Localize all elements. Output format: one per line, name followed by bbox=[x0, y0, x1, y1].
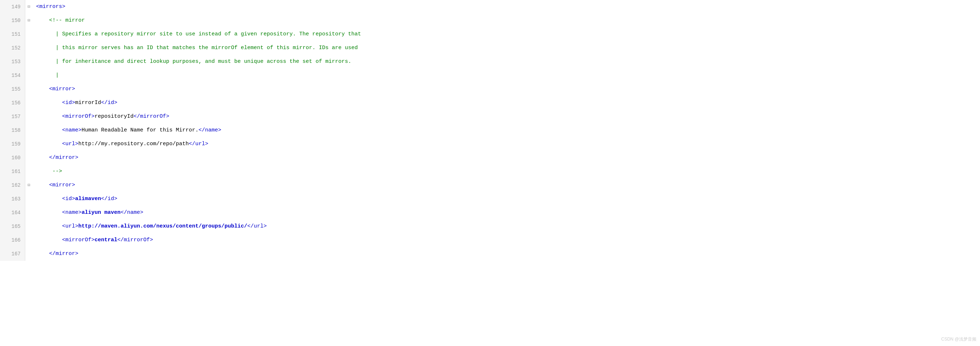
line-number: 157 bbox=[0, 110, 25, 124]
line-number: 153 bbox=[0, 55, 25, 69]
code-line: 154 | bbox=[0, 69, 980, 82]
code-content: --> bbox=[32, 165, 980, 179]
fold-gutter[interactable]: ⊟ bbox=[25, 0, 32, 14]
code-line: 159 <url>http://my.repository.com/repo/p… bbox=[0, 137, 980, 151]
code-content: <mirrorOf>central</mirrorOf> bbox=[32, 233, 980, 247]
code-content: <name>aliyun maven</name> bbox=[32, 206, 980, 220]
code-line: 162⊟ <mirror> bbox=[0, 179, 980, 192]
line-number: 152 bbox=[0, 41, 25, 55]
code-line: 158 <name>Human Readable Name for this M… bbox=[0, 124, 980, 137]
line-number: 151 bbox=[0, 27, 25, 41]
code-line: 157 <mirrorOf>repositoryId</mirrorOf> bbox=[0, 110, 980, 124]
code-line: 152 | this mirror serves has an ID that … bbox=[0, 41, 980, 55]
fold-gutter[interactable]: ⊟ bbox=[25, 14, 32, 27]
line-number: 162 bbox=[0, 179, 25, 192]
code-line: 153 | for inheritance and direct lookup … bbox=[0, 55, 980, 69]
code-line: 163 <id>alimaven</id> bbox=[0, 192, 980, 206]
fold-gutter[interactable]: ⊟ bbox=[25, 179, 32, 192]
code-line: 155 <mirror> bbox=[0, 82, 980, 96]
line-number: 161 bbox=[0, 165, 25, 179]
code-line: 167 </mirror> bbox=[0, 247, 980, 261]
code-line: 151 | Specifies a repository mirror site… bbox=[0, 27, 980, 41]
code-content: <mirror> bbox=[32, 82, 980, 96]
code-content: <mirrorOf>repositoryId</mirrorOf> bbox=[32, 110, 980, 124]
code-line: 161 --> bbox=[0, 165, 980, 179]
line-number: 164 bbox=[0, 206, 25, 220]
code-content: <id>mirrorId</id> bbox=[32, 96, 980, 110]
line-number: 165 bbox=[0, 220, 25, 233]
line-number: 159 bbox=[0, 137, 25, 151]
line-number: 155 bbox=[0, 82, 25, 96]
code-line: 165 <url>http://maven.aliyun.com/nexus/c… bbox=[0, 220, 980, 233]
code-line: 164 <name>aliyun maven</name> bbox=[0, 206, 980, 220]
code-line: 149⊟<mirrors> bbox=[0, 0, 980, 14]
code-content: <url>http://my.repository.com/repo/path<… bbox=[32, 137, 980, 151]
code-editor: 149⊟<mirrors>150⊟ <!-- mirror151 | Speci… bbox=[0, 0, 980, 346]
watermark: CSDN @浅梦音频 bbox=[941, 336, 977, 343]
line-number: 160 bbox=[0, 151, 25, 165]
code-content: | Specifies a repository mirror site to … bbox=[32, 27, 980, 41]
code-line: 166 <mirrorOf>central</mirrorOf> bbox=[0, 233, 980, 247]
code-content: <id>alimaven</id> bbox=[32, 192, 980, 206]
line-number: 163 bbox=[0, 192, 25, 206]
line-number: 154 bbox=[0, 69, 25, 82]
code-content: <!-- mirror bbox=[32, 14, 980, 27]
code-content: <url>http://maven.aliyun.com/nexus/conte… bbox=[32, 220, 980, 233]
line-number: 158 bbox=[0, 124, 25, 137]
code-content: | for inheritance and direct lookup purp… bbox=[32, 55, 980, 69]
code-line: 156 <id>mirrorId</id> bbox=[0, 96, 980, 110]
code-content: </mirror> bbox=[32, 247, 980, 261]
code-content: | bbox=[32, 69, 980, 82]
line-number: 149 bbox=[0, 0, 25, 14]
code-content: <name>Human Readable Name for this Mirro… bbox=[32, 124, 980, 137]
line-number: 167 bbox=[0, 247, 25, 261]
code-content: | this mirror serves has an ID that matc… bbox=[32, 41, 980, 55]
line-number: 156 bbox=[0, 96, 25, 110]
line-number: 166 bbox=[0, 233, 25, 247]
code-content: <mirrors> bbox=[32, 0, 980, 14]
code-line: 150⊟ <!-- mirror bbox=[0, 14, 980, 27]
code-content: </mirror> bbox=[32, 151, 980, 165]
line-number: 150 bbox=[0, 14, 25, 27]
code-line: 160 </mirror> bbox=[0, 151, 980, 165]
code-content: <mirror> bbox=[32, 179, 980, 192]
